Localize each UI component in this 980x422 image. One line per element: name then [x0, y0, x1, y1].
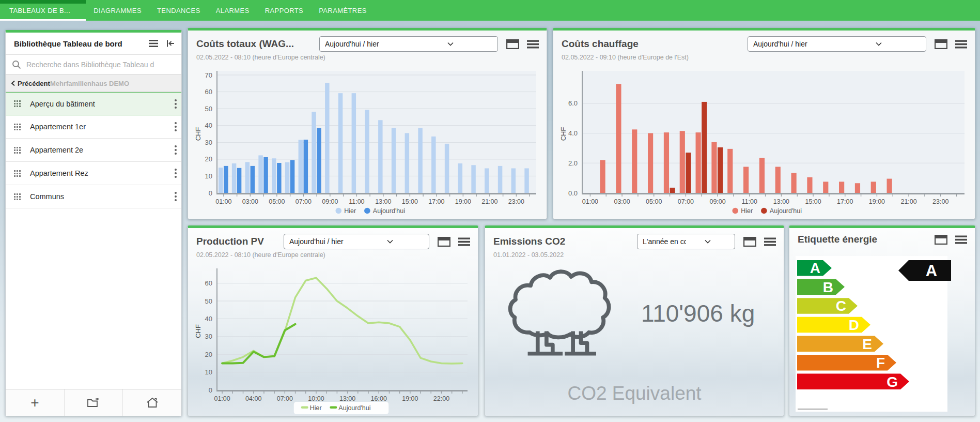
- collapse-left-icon[interactable]: [166, 39, 175, 48]
- sidebar-item-apercu-du-batiment[interactable]: Aperçu du bâtiment: [6, 92, 181, 115]
- window-icon[interactable]: [743, 237, 756, 247]
- search-input[interactable]: [26, 61, 175, 69]
- tab-tendances[interactable]: TENDANCES: [149, 0, 208, 21]
- svg-text:70: 70: [205, 71, 212, 79]
- panel-menu-icon[interactable]: [955, 235, 968, 245]
- panel-title: Coûts chauffage: [562, 38, 639, 50]
- svg-text:13:00: 13:00: [375, 198, 391, 205]
- add-folder-button[interactable]: [65, 389, 123, 416]
- period-select-value: Aujourd'hui / hier: [325, 40, 409, 48]
- svg-text:60: 60: [205, 88, 212, 96]
- svg-text:E: E: [862, 336, 872, 352]
- search-icon: [12, 60, 21, 69]
- svg-text:19:00: 19:00: [402, 395, 418, 402]
- svg-text:05:00: 05:00: [269, 198, 285, 205]
- period-select[interactable]: Aujourd'hui / hier: [319, 36, 498, 52]
- svg-text:19:00: 19:00: [869, 198, 885, 205]
- svg-text:Hier: Hier: [741, 207, 753, 215]
- panel-menu-icon[interactable]: [764, 237, 776, 247]
- panel-menu-icon[interactable]: [955, 39, 968, 49]
- tab-parametres[interactable]: PARAMÈTRES: [311, 0, 375, 21]
- tab-rapports[interactable]: RAPPORTS: [257, 0, 311, 21]
- couts-chauffage-chart: 0.02.04.06.0CHF01:0003:0005:0007:0009:00…: [557, 70, 971, 218]
- add-folder-icon: [87, 398, 100, 408]
- panel-title: Etiquette énergie: [798, 234, 877, 245]
- tab-diagrammes[interactable]: DIAGRAMMES: [86, 0, 149, 21]
- svg-text:A: A: [926, 262, 937, 280]
- window-icon[interactable]: [935, 235, 947, 245]
- svg-text:10: 10: [205, 368, 212, 376]
- sidebar-item-appartement-2e[interactable]: Appartement 2e: [6, 139, 181, 162]
- svg-text:19:00: 19:00: [455, 198, 471, 205]
- window-icon[interactable]: [438, 237, 450, 247]
- kebab-menu-icon[interactable]: [174, 122, 177, 132]
- add-dashboard-button[interactable]: +: [6, 389, 65, 416]
- svg-text:21:00: 21:00: [900, 198, 916, 205]
- svg-text:20: 20: [205, 351, 212, 358]
- panel-header: Emissions CO2 L'année en cours: [485, 228, 784, 249]
- window-icon[interactable]: [935, 39, 947, 49]
- chevron-left-icon: [11, 80, 15, 86]
- svg-text:07:00: 07:00: [277, 395, 293, 402]
- energy-label-chart: ABCDEFGA: [797, 260, 953, 398]
- period-select[interactable]: L'année en cours: [637, 234, 735, 249]
- scrollbar-thumb[interactable]: [798, 409, 828, 410]
- window-icon[interactable]: [506, 39, 519, 49]
- menu-icon[interactable]: [148, 39, 159, 48]
- chevron-down-icon: [837, 42, 921, 46]
- kebab-menu-icon[interactable]: [174, 145, 177, 155]
- svg-text:C: C: [836, 298, 846, 314]
- top-nav: TABLEAUX DE B... DIAGRAMMES TENDANCES AL…: [0, 0, 980, 21]
- svg-text:13:00: 13:00: [773, 198, 789, 205]
- home-button[interactable]: [123, 389, 181, 416]
- dashboard-library-sidebar: Bibliothèque Tableau de bord Précédent M…: [5, 30, 182, 416]
- svg-text:20: 20: [205, 155, 212, 163]
- svg-text:04:00: 04:00: [245, 395, 261, 402]
- svg-text:30: 30: [205, 333, 212, 340]
- sidebar-item-appartement-rez[interactable]: Appartement Rez: [6, 162, 181, 185]
- svg-text:22:00: 22:00: [433, 395, 449, 402]
- svg-text:09:00: 09:00: [709, 198, 725, 205]
- panel-emissions-co2: Emissions CO2 L'année en cours 01.01.202…: [485, 225, 784, 416]
- sidebar-item-appartement-1er[interactable]: Appartement 1er: [6, 115, 181, 139]
- panel-etiquette-energie: Etiquette énergie ABCDEFGA: [789, 225, 975, 416]
- svg-text:F: F: [876, 355, 885, 371]
- grid-icon: [14, 100, 21, 107]
- svg-text:50: 50: [205, 105, 212, 113]
- tab-alarmes[interactable]: ALARMES: [208, 0, 257, 21]
- sidebar-item-label: Appartement 2e: [30, 146, 174, 154]
- svg-text:6.0: 6.0: [568, 99, 578, 107]
- dashboard-page: TABLEAUX DE B... DIAGRAMMES TENDANCES AL…: [0, 0, 980, 422]
- panel-title: Coûts totaux (WAG...: [196, 38, 294, 50]
- tab-tableaux-de-bord[interactable]: TABLEAUX DE B...: [0, 0, 86, 21]
- period-select-value: L'année en cours: [643, 237, 686, 246]
- sidebar-title: Bibliothèque Tableau de bord: [14, 39, 141, 48]
- svg-text:17:00: 17:00: [837, 198, 853, 205]
- panel-menu-icon[interactable]: [526, 39, 539, 49]
- panel-header: Etiquette énergie: [789, 228, 975, 245]
- period-select[interactable]: Aujourd'hui / hier: [284, 234, 429, 249]
- svg-text:10: 10: [205, 172, 212, 180]
- svg-text:11:00: 11:00: [349, 198, 364, 205]
- co2-caption: CO2 Equivalent: [485, 383, 784, 404]
- svg-text:23:00: 23:00: [932, 198, 948, 205]
- kebab-menu-icon[interactable]: [174, 99, 177, 109]
- co2-content: 110'906 kg: [507, 267, 768, 360]
- panel-menu-icon[interactable]: [458, 237, 471, 247]
- sidebar-item-label: Appartement 1er: [30, 123, 174, 131]
- chevron-down-icon: [409, 42, 492, 46]
- sidebar-footer: +: [6, 389, 181, 416]
- home-icon: [146, 397, 159, 408]
- period-select[interactable]: Aujourd'hui / hier: [748, 36, 926, 52]
- sidebar-item-communs[interactable]: Communs: [6, 185, 181, 208]
- kebab-menu-icon[interactable]: [174, 168, 177, 178]
- trees-icon: [507, 267, 613, 360]
- co2-value: 110'906 kg: [641, 299, 755, 327]
- panel-couts-totaux: Coûts totaux (WAG... Aujourd'hui / hier …: [188, 28, 547, 219]
- period-select-value: Aujourd'hui / hier: [753, 40, 837, 48]
- kebab-menu-icon[interactable]: [174, 191, 177, 202]
- back-button[interactable]: Précédent: [11, 80, 50, 87]
- svg-text:CHF: CHF: [194, 324, 202, 338]
- svg-text:13:00: 13:00: [339, 395, 355, 402]
- panel-subtitle: 02.05.2022 - 08:10 (heure d'Europe centr…: [188, 249, 478, 259]
